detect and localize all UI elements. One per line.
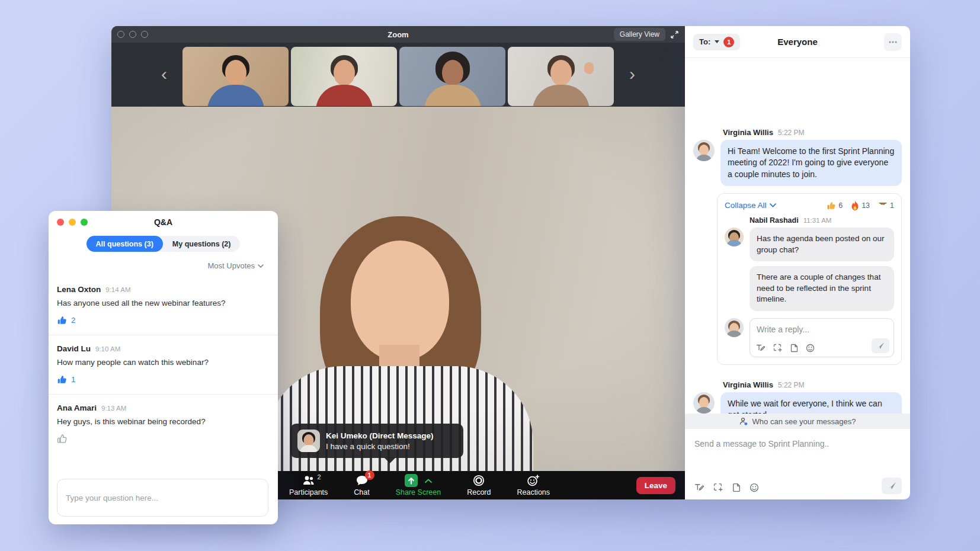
file-icon — [790, 344, 798, 353]
reply-composer — [725, 318, 894, 357]
upvote-button[interactable]: 2 — [57, 315, 75, 325]
sort-dropdown[interactable]: Most Upvotes — [208, 261, 264, 270]
send-message-button[interactable] — [882, 478, 902, 494]
ellipsis-icon — [889, 41, 897, 43]
question-author: David Lu — [57, 344, 91, 353]
send-reply-button[interactable] — [872, 338, 889, 353]
qa-window: Q&A All questions (3) My questions (2) M… — [49, 211, 278, 524]
qa-titlebar: Q&A — [49, 211, 278, 233]
watermelon-emoji — [878, 201, 888, 210]
participant-video-3[interactable] — [399, 47, 505, 106]
recipient-selector[interactable]: To: 1 — [693, 34, 740, 50]
window-controls — [57, 219, 88, 226]
thumbs-up-icon — [57, 374, 67, 385]
chat-message: Virginia Willis 5:22 PM Hi Team! Welcome… — [693, 128, 902, 186]
format-text-icon — [694, 483, 704, 492]
question-author: Lena Oxton — [57, 285, 101, 294]
close-window-button[interactable] — [117, 31, 124, 38]
qa-question-list: Lena Oxton 9:14 AM Has anyone used all t… — [49, 276, 278, 453]
question-input[interactable] — [57, 479, 268, 517]
message-thread: Collapse All 6 13 — [717, 193, 902, 365]
reply-author: Nabil Rashadi — [750, 216, 799, 225]
dm-sender-avatar — [297, 430, 320, 452]
chat-composer — [685, 429, 910, 499]
thumbs-up-reaction[interactable]: 6 — [827, 201, 843, 210]
avatar — [725, 318, 744, 337]
format-text-button[interactable] — [756, 344, 766, 353]
qa-question-item: David Lu 9:10 AM How many people can wat… — [49, 335, 278, 395]
reply-input[interactable] — [757, 325, 887, 334]
window-controls — [117, 31, 148, 38]
message-bubble: Hi Team! Welcome to the first Sprint Pla… — [720, 140, 902, 186]
leave-button[interactable]: Leave — [636, 477, 675, 494]
dm-notification[interactable]: Kei Umeko (Direct Message) I have a quic… — [290, 424, 463, 458]
screenshot-icon — [713, 483, 723, 492]
participant-video-1[interactable] — [182, 47, 289, 106]
zoom-window-button[interactable] — [141, 31, 148, 38]
gallery-view-button[interactable]: Gallery View — [614, 28, 665, 41]
titlebar-controls: Gallery View — [614, 28, 679, 41]
dm-sender-name: Kei Umeko (Direct Message) — [326, 431, 434, 440]
fire-reaction[interactable]: 13 — [851, 201, 870, 210]
dm-message-text: I have a quick question! — [326, 442, 434, 451]
recipient-badge: 1 — [723, 37, 734, 47]
share-screen-icon — [405, 474, 418, 487]
format-text-button[interactable] — [694, 483, 704, 492]
record-button[interactable]: Record — [467, 475, 491, 496]
collapse-all-button[interactable]: Collapse All — [725, 201, 776, 210]
reaction-list: 6 13 1 — [827, 201, 894, 210]
chat-unread-badge: 1 — [365, 470, 374, 480]
send-icon — [876, 342, 885, 350]
screenshot-icon — [773, 344, 783, 353]
chevron-down-icon — [770, 203, 776, 207]
zoom-window-button[interactable] — [81, 219, 88, 226]
question-text: How many people can watch this webinar? — [57, 358, 268, 367]
screenshot-button[interactable] — [773, 344, 783, 353]
attach-file-button[interactable] — [732, 483, 741, 492]
participants-icon — [302, 475, 315, 486]
message-time: 5:22 PM — [778, 129, 805, 137]
participant-video-4[interactable] — [508, 47, 614, 106]
emoji-button[interactable] — [750, 483, 759, 492]
chat-menu-button[interactable] — [884, 33, 902, 51]
close-window-button[interactable] — [57, 219, 64, 226]
reply-time: 11:31 AM — [803, 217, 832, 224]
tab-all-questions[interactable]: All questions (3) — [87, 236, 163, 252]
emoji-button[interactable] — [806, 344, 815, 353]
window-title: Zoom — [111, 30, 685, 39]
thumbs-up-icon — [57, 315, 67, 325]
format-text-icon — [756, 344, 766, 353]
share-screen-button[interactable]: Share Screen — [396, 474, 441, 496]
upvote-button[interactable]: 1 — [57, 374, 75, 385]
tab-my-questions[interactable]: My questions (2) — [163, 236, 241, 252]
participants-button[interactable]: 2 Participants — [289, 475, 328, 496]
reactions-icon — [527, 475, 540, 486]
chevron-down-icon — [258, 264, 264, 268]
waving-hand — [584, 62, 594, 74]
gallery-strip: ‹ › — [111, 43, 685, 107]
chat-button[interactable]: 1 Chat — [354, 475, 369, 496]
chat-messages: Virginia Willis 5:22 PM Hi Team! Welcome… — [685, 128, 910, 427]
privacy-info-bar[interactable]: Who can see your messages? — [685, 414, 910, 429]
qa-tabs: All questions (3) My questions (2) — [49, 236, 278, 252]
minimize-window-button[interactable] — [69, 219, 76, 226]
screenshot-button[interactable] — [713, 483, 723, 492]
minimize-window-button[interactable] — [129, 31, 136, 38]
question-text: Has anyone used all the new webinar feat… — [57, 299, 268, 307]
participant-video-2[interactable] — [291, 47, 397, 106]
upvote-button[interactable] — [57, 434, 71, 444]
watermelon-reaction[interactable]: 1 — [878, 201, 894, 210]
share-options-chevron-icon — [425, 479, 432, 483]
gallery-prev-button[interactable]: ‹ — [161, 65, 167, 83]
reactions-button[interactable]: Reactions — [517, 475, 550, 496]
send-icon — [888, 482, 896, 490]
fullscreen-icon[interactable] — [670, 30, 679, 39]
attach-file-button[interactable] — [790, 344, 798, 353]
thumbs-up-outline-icon — [57, 434, 67, 444]
thumbs-up-emoji — [827, 201, 836, 210]
chat-message-input[interactable] — [694, 439, 901, 449]
question-time: 9:13 AM — [101, 405, 126, 412]
zoom-titlebar: Zoom Gallery View — [111, 26, 685, 43]
gallery-next-button[interactable]: › — [629, 65, 635, 83]
avatar — [693, 392, 715, 414]
